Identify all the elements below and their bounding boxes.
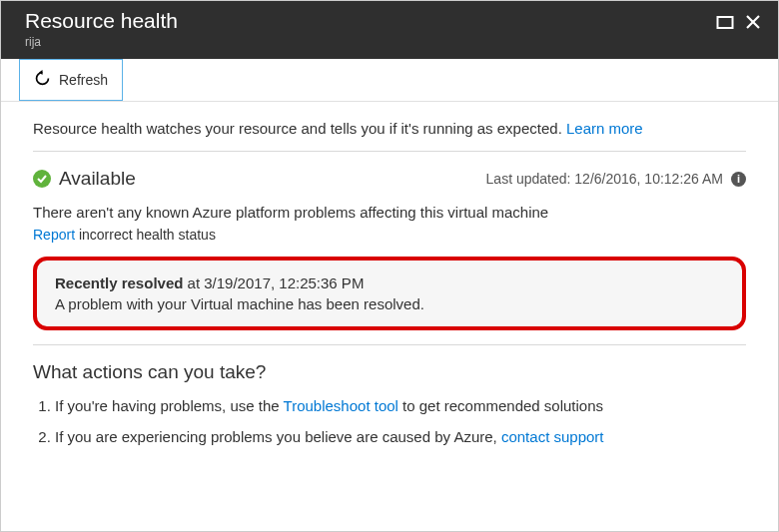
divider <box>33 151 746 152</box>
troubleshoot-tool-link[interactable]: Troubleshoot tool <box>284 397 398 414</box>
content-area: Resource health watches your resource an… <box>1 102 778 445</box>
list-item: If you're having problems, use the Troub… <box>55 397 746 414</box>
refresh-button[interactable]: Refresh <box>19 59 123 101</box>
info-icon[interactable]: i <box>731 172 746 187</box>
window-controls <box>716 13 762 31</box>
status-title: Available <box>59 168 136 190</box>
refresh-icon <box>34 70 51 90</box>
svg-rect-0 <box>718 17 733 28</box>
header-titles: Resource health rija <box>25 9 178 49</box>
actions-list: If you're having problems, use the Troub… <box>55 397 746 445</box>
actions-title: What actions can you take? <box>33 361 746 383</box>
recently-resolved-callout: Recently resolved at 3/19/2017, 12:25:36… <box>33 257 746 330</box>
report-line: Report incorrect health status <box>33 227 746 243</box>
status-left: Available <box>33 168 136 190</box>
last-updated: Last updated: 12/6/2016, 10:12:26 AM <box>486 171 723 187</box>
list-item: If you are experiencing problems you bel… <box>55 428 746 445</box>
blade-title: Resource health <box>25 9 178 33</box>
status-right: Last updated: 12/6/2016, 10:12:26 AM i <box>486 171 746 187</box>
resolved-label: Recently resolved <box>55 274 183 291</box>
intro-body: Resource health watches your resource an… <box>33 120 566 137</box>
report-link[interactable]: Report <box>33 227 75 243</box>
check-circle-icon <box>33 170 51 188</box>
toolbar: Refresh <box>1 59 778 102</box>
report-rest: incorrect health status <box>75 227 216 243</box>
blade-subtitle: rija <box>25 35 178 49</box>
learn-more-link[interactable]: Learn more <box>566 120 643 137</box>
intro-text: Resource health watches your resource an… <box>33 120 746 137</box>
status-description: There aren't any known Azure platform pr… <box>33 204 746 221</box>
status-row: Available Last updated: 12/6/2016, 10:12… <box>33 168 746 190</box>
divider <box>33 344 746 345</box>
blade-header: Resource health rija <box>1 1 778 59</box>
contact-support-link[interactable]: contact support <box>501 428 604 445</box>
resolved-message: A problem with your Virtual machine has … <box>55 295 724 312</box>
resolved-header: Recently resolved at 3/19/2017, 12:25:36… <box>55 274 724 291</box>
close-icon[interactable] <box>744 13 762 31</box>
refresh-label: Refresh <box>59 72 108 88</box>
resolved-at: at 3/19/2017, 12:25:36 PM <box>183 274 364 291</box>
maximize-icon[interactable] <box>716 13 734 31</box>
